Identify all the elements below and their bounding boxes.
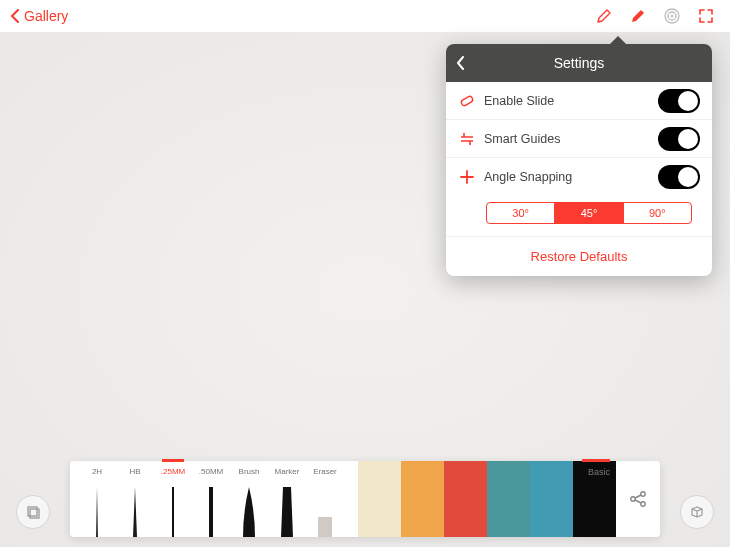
tool-indicator [162,459,184,462]
svg-rect-11 [30,509,39,518]
pencil-outline-button[interactable] [590,2,618,30]
layers-icon [25,504,41,520]
row-angle-snapping: Angle Snapping [446,158,712,196]
row-label: Enable Slide [484,94,658,108]
svg-rect-5 [209,487,213,537]
share-icon [628,489,648,509]
tool-eraser[interactable]: Eraser [306,467,344,537]
chevron-left-icon [10,9,20,23]
cube-icon [689,504,705,520]
swatch-1[interactable] [401,461,444,537]
svg-rect-3 [460,95,473,106]
swatch-4[interactable] [530,461,573,537]
perspective-button[interactable] [680,495,714,529]
color-palette: Basic [358,461,616,537]
guides-icon [458,130,476,148]
restore-defaults-button[interactable]: Restore Defaults [446,237,712,276]
toggle-angle-snapping[interactable] [658,165,700,189]
angle-option-45[interactable]: 45° [554,203,622,223]
svg-rect-6 [318,517,332,537]
row-smart-guides: Smart Guides [446,120,712,158]
angle-option-90[interactable]: 90° [623,203,691,223]
svg-point-8 [641,492,645,496]
expand-button[interactable] [692,2,720,30]
palette-label: Basic [588,467,610,477]
tool-hb[interactable]: HB [116,467,154,537]
swatch-2[interactable] [444,461,487,537]
toggle-enable-slide[interactable] [658,89,700,113]
angle-option-30[interactable]: 30° [487,203,554,223]
tool-list: 2H HB .25MM .50MM Brush Marker Eraser [70,461,352,537]
share-button[interactable] [616,461,660,537]
tool-50mm[interactable]: .50MM [192,467,230,537]
popover-title: Settings [554,55,605,71]
row-label: Smart Guides [484,132,658,146]
expand-icon [698,8,714,24]
back-to-gallery[interactable]: Gallery [10,8,68,24]
angle-segmented-control: 30° 45° 90° [486,202,692,224]
svg-point-7 [631,497,635,501]
popover-header: Settings [446,44,712,82]
back-label: Gallery [24,8,68,24]
target-button[interactable] [658,2,686,30]
toggle-smart-guides[interactable] [658,127,700,151]
tool-2h[interactable]: 2H [78,467,116,537]
chevron-left-icon [456,56,465,70]
popover-back-button[interactable] [456,44,465,82]
tool-marker[interactable]: Marker [268,467,306,537]
svg-point-2 [671,15,674,18]
topbar: Gallery [0,0,730,32]
settings-popover: Settings Enable Slide Smart Guides Angle… [446,44,712,276]
target-icon [663,7,681,25]
pencil-fill-button[interactable] [624,2,652,30]
swatch-0[interactable] [358,461,401,537]
swatch-3[interactable] [487,461,530,537]
row-enable-slide: Enable Slide [446,82,712,120]
tool-25mm[interactable]: .25MM [154,467,192,537]
svg-point-9 [641,502,645,506]
palette-indicator [582,459,610,462]
svg-rect-4 [172,487,174,537]
pencil-fill-icon [629,7,647,25]
slide-icon [458,92,476,110]
pencil-outline-icon [595,7,613,25]
tool-brush[interactable]: Brush [230,467,268,537]
plus-icon [458,168,476,186]
layers-button[interactable] [16,495,50,529]
angle-segmented-wrap: 30° 45° 90° [446,196,712,237]
row-label: Angle Snapping [484,170,658,184]
tool-tray: 2H HB .25MM .50MM Brush Marker Eraser Ba… [70,461,660,537]
